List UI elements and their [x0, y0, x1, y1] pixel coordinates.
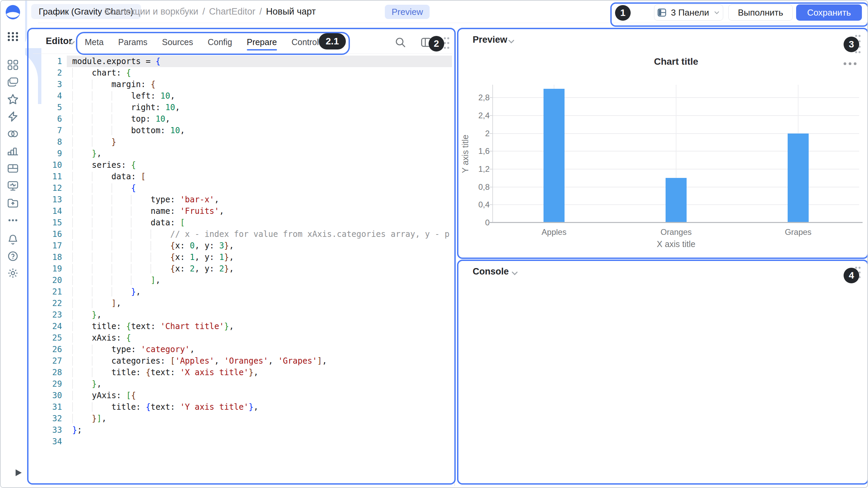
breadcrumb-collections[interactable]: Коллекции и воркбуки — [105, 6, 198, 17]
tab-config[interactable]: Config — [208, 37, 232, 47]
tab-controls[interactable]: Controls — [292, 37, 323, 47]
apps-grid-icon — [7, 30, 19, 43]
sidebar-item-datasets[interactable] — [5, 126, 20, 141]
line-number: 22 — [33, 298, 62, 309]
breadcrumb: Коллекции и воркбуки/ChartEditor/Новый ч… — [105, 4, 316, 19]
line-number: 11 — [33, 171, 62, 182]
breadcrumb-current: Новый чарт — [266, 6, 316, 17]
code-line-1[interactable]: 1module.exports = { — [33, 56, 452, 67]
code-line-26[interactable]: 26 type: 'category', — [33, 344, 452, 355]
sidebar-item-connections[interactable] — [5, 109, 20, 124]
code-line-29[interactable]: 29 }, — [33, 378, 452, 390]
sidebar-collapse-button[interactable] — [14, 468, 24, 478]
code-line-20[interactable]: 20 ], — [33, 274, 452, 286]
line-number: 3 — [33, 79, 62, 90]
breadcrumb-charteditor[interactable]: ChartEditor — [209, 6, 255, 17]
gear-icon — [7, 267, 19, 279]
gridline-x — [554, 85, 554, 223]
code-line-33[interactable]: 33}; — [33, 424, 452, 436]
sidebar-item-more[interactable] — [5, 213, 20, 228]
code-line-34[interactable]: 34 — [33, 436, 452, 447]
code-line-25[interactable]: 25 xAxis: { — [33, 332, 452, 344]
monitor-pulse-icon — [7, 180, 19, 192]
sidebar-item-help[interactable] — [5, 249, 20, 264]
code-text: }, — [62, 286, 141, 298]
indent-guide — [72, 264, 92, 273]
sidebar-item-collections[interactable] — [5, 57, 20, 72]
indent-guide — [72, 356, 92, 366]
code-line-10[interactable]: 10 series: { — [33, 159, 452, 171]
sidebar-item-favorites[interactable] — [5, 92, 20, 107]
code-line-30[interactable]: 30 yAxis: [{ — [33, 390, 452, 401]
code-line-21[interactable]: 21 }, — [33, 286, 452, 298]
indent-guide — [72, 160, 92, 170]
code-line-19[interactable]: 19 {x: 2, y: 2}, — [33, 263, 452, 274]
code-line-24[interactable]: 24 title: {text: 'Chart title'}, — [33, 321, 452, 332]
code-line-15[interactable]: 15 data: [ — [33, 217, 452, 228]
indent-guide — [72, 137, 92, 147]
indent-guide — [92, 91, 112, 101]
code-line-6[interactable]: 6 top: 10, — [33, 113, 452, 125]
code-line-28[interactable]: 28 title: {text: 'X axis title'}, — [33, 367, 452, 378]
tab-params[interactable]: Params — [118, 37, 147, 47]
code-text: } — [62, 136, 116, 148]
code-line-31[interactable]: 31 title: {text: 'Y axis title'}, — [33, 401, 452, 413]
code-text: data: [ — [62, 217, 185, 228]
gridline-y — [493, 204, 859, 205]
line-number: 31 — [33, 401, 62, 413]
code-line-27[interactable]: 27 categories: ['Apples', 'Oranges', 'Gr… — [33, 355, 452, 367]
code-line-32[interactable]: 32 }], — [33, 413, 452, 424]
code-line-22[interactable]: 22 ], — [33, 298, 452, 309]
indent-guide — [72, 114, 92, 124]
code-line-23[interactable]: 23 }, — [33, 309, 452, 321]
code-line-18[interactable]: 18 {x: 1, y: 1}, — [33, 251, 452, 263]
tab-prepare[interactable]: Prepare — [247, 37, 277, 47]
console-panel-title: Console — [473, 266, 509, 277]
sidebar-item-monitoring[interactable] — [5, 178, 20, 193]
console-panel-chevron[interactable] — [510, 268, 519, 279]
indent-guide — [131, 195, 151, 204]
code-text: bottom: 10, — [62, 125, 185, 136]
line-number: 21 — [33, 286, 62, 298]
sidebar-item-charts[interactable] — [5, 144, 20, 159]
indent-guide — [112, 252, 131, 262]
code-line-7[interactable]: 7 bottom: 10, — [33, 125, 452, 136]
workbooks-icon — [7, 76, 19, 88]
code-line-4[interactable]: 4 left: 10, — [33, 90, 452, 102]
code-line-9[interactable]: 9 }, — [33, 148, 452, 159]
sidebar-item-dashboards[interactable] — [5, 161, 20, 176]
panels-layout-button[interactable]: 3 Панели — [654, 4, 723, 21]
save-button[interactable]: Сохранить — [796, 4, 862, 21]
code-line-3[interactable]: 3 margin: { — [33, 79, 452, 90]
code-line-12[interactable]: 12 { — [33, 182, 452, 194]
sidebar-item-all-services[interactable] — [5, 29, 20, 44]
code-line-13[interactable]: 13 type: 'bar-x', — [33, 194, 452, 205]
indent-guide — [72, 333, 92, 343]
code-line-14[interactable]: 14 name: 'Fruits', — [33, 205, 452, 217]
sidebar-item-notifications[interactable] — [5, 232, 20, 247]
code-line-16[interactable]: 16 // x - index for value from xAxis.cat… — [33, 228, 452, 240]
indent-guide — [72, 172, 92, 181]
editor-panel-chevron[interactable] — [67, 38, 77, 49]
gridline-x — [798, 85, 798, 223]
indent-guide — [112, 264, 131, 273]
tab-meta[interactable]: Meta — [85, 37, 104, 47]
code-editor[interactable]: 1module.exports = {2 chart: {3 margin: {… — [33, 56, 452, 480]
code-line-11[interactable]: 11 data: [ — [33, 171, 452, 182]
run-button[interactable]: Выполнить — [728, 4, 793, 21]
code-text: ], — [62, 274, 160, 286]
breadcrumb-separator: / — [198, 6, 209, 17]
sidebar-item-storage[interactable] — [5, 196, 20, 210]
indent-guide — [112, 287, 131, 297]
tab-sources[interactable]: Sources — [162, 37, 193, 47]
code-line-8[interactable]: 8 } — [33, 136, 452, 148]
code-line-5[interactable]: 5 right: 10, — [33, 102, 452, 113]
sidebar-item-workbooks[interactable] — [5, 75, 20, 89]
preview-panel-chevron[interactable] — [507, 37, 516, 47]
code-line-2[interactable]: 2 chart: { — [33, 67, 452, 79]
code-line-17[interactable]: 17 {x: 0, y: 3}, — [33, 240, 452, 251]
editor-search-button[interactable] — [394, 36, 407, 50]
panel-splitter[interactable] — [454, 30, 455, 486]
sidebar-item-settings[interactable] — [5, 266, 20, 281]
datalens-logo[interactable] — [5, 5, 20, 20]
